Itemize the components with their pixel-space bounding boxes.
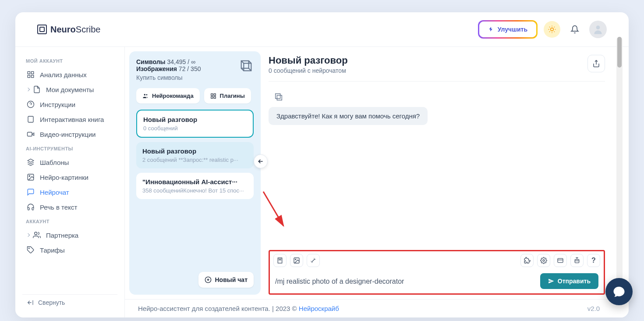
notifications-button[interactable] [566, 21, 583, 38]
sidebar-section-acc: АККАУНТ [26, 219, 114, 224]
svg-line-24 [263, 192, 283, 226]
share-button[interactable] [587, 55, 605, 72]
footer-link[interactable]: Нейроскрайб [299, 305, 339, 312]
robot-icon [573, 257, 580, 264]
svg-point-15 [144, 94, 146, 96]
users-icon [33, 231, 41, 239]
scrollbar-thumb[interactable] [617, 37, 622, 68]
svg-rect-22 [276, 94, 280, 99]
svg-rect-18 [214, 93, 216, 95]
sidebar-item-interactive-book[interactable]: Интерактивная книга [22, 112, 117, 127]
video-icon [27, 130, 35, 138]
header-right: Улучшить [478, 20, 607, 39]
magic-button[interactable] [307, 254, 320, 267]
chevron-right-icon [26, 88, 30, 91]
scrollbar[interactable]: ▼ [616, 37, 623, 293]
file-icon [33, 86, 41, 93]
conversation-title: "Инновационный AI-ассист··· [142, 178, 248, 185]
robot-button[interactable] [570, 254, 584, 267]
prompt-library-button[interactable] [273, 254, 287, 267]
sidebar-item-data-analysis[interactable]: Анализ данных [22, 67, 117, 82]
sidebar-item-templates[interactable]: Шаблоны [22, 155, 117, 170]
collapse-label: Свернуть [38, 299, 65, 306]
messages: Здравствуйте! Как я могу вам помочь сего… [269, 82, 605, 250]
avatar[interactable] [589, 21, 607, 38]
sidebar-item-label: Нейро-картинки [40, 174, 88, 181]
svg-rect-8 [28, 132, 32, 136]
sidebar-item-neuro-images[interactable]: Нейро-картинки [22, 170, 117, 185]
sidebar-section-account: МОЙ АККАУНТ [26, 58, 114, 64]
logo[interactable]: NeuroScribe [37, 25, 101, 35]
collapse-panel-button[interactable] [254, 154, 268, 168]
team-icon [142, 93, 149, 99]
buy-symbols-link[interactable]: Купить символы [136, 74, 201, 81]
sidebar-item-label: Шаблоны [40, 159, 69, 166]
help-button[interactable]: ? [587, 254, 600, 267]
upgrade-button[interactable]: Улучшить [479, 21, 536, 37]
share-icon [592, 60, 600, 68]
annotation-arrow [259, 188, 290, 232]
support-chat-fab[interactable] [605, 278, 633, 305]
svg-rect-23 [277, 95, 282, 100]
composer-highlight: ? Отправить [269, 250, 605, 295]
sidebar-item-tariffs[interactable]: Тарифы [22, 243, 117, 257]
svg-point-12 [29, 248, 30, 249]
svg-rect-17 [211, 93, 212, 95]
cube-icon [239, 58, 254, 73]
conversation-title: Новый разговор [143, 116, 247, 123]
sidebar: МОЙ АККАУНТ Анализ данных Мои документы … [15, 47, 125, 317]
rocket-icon [488, 26, 494, 32]
sidebar-item-label: Видео-инструкции [40, 131, 96, 138]
wand-icon [310, 257, 317, 264]
tab-neuroteam[interactable]: Нейрокоманда [136, 88, 200, 103]
composer: Отправить [270, 270, 604, 293]
svg-point-31 [576, 260, 576, 261]
sidebar-item-instructions[interactable]: Инструкции [22, 97, 117, 112]
upload-image-button[interactable] [290, 254, 303, 267]
plugin-button[interactable] [520, 254, 534, 267]
sidebar-item-label: Тарифы [40, 246, 65, 254]
svg-rect-7 [28, 116, 33, 122]
header: NeuroScribe Улучшить [15, 12, 629, 47]
conversation-item[interactable]: Новый разговор 0 сообщений [136, 110, 254, 138]
conversation-item[interactable]: Новый разговор 2 сообщений **Запрос:** r… [136, 142, 254, 168]
send-button[interactable]: Отправить [540, 273, 598, 289]
book-icon [27, 115, 35, 123]
conversation-item[interactable]: "Инновационный AI-ассист··· 358 сообщени… [136, 173, 254, 199]
theme-toggle[interactable] [544, 21, 560, 38]
message-input[interactable] [275, 274, 535, 289]
sidebar-item-neurochat[interactable]: Нейрочат [22, 185, 117, 200]
app-window: ▼ NeuroScribe Улучшить [15, 12, 629, 317]
tab-plugins[interactable]: Плагины [204, 88, 251, 103]
gear-icon [540, 257, 547, 264]
layout-icon [557, 257, 564, 264]
svg-rect-25 [278, 258, 282, 263]
svg-rect-30 [575, 259, 579, 263]
bot-message: Здравствуйте! Как я могу вам помочь сего… [269, 107, 428, 125]
images-stat: Изображения 72 / 350 [136, 65, 201, 72]
sidebar-item-partner[interactable]: Партнерка [22, 228, 117, 243]
settings-button[interactable] [537, 254, 550, 267]
collapse-sidebar[interactable]: Свернуть [22, 294, 117, 310]
chevron-right-icon [26, 233, 30, 237]
logo-light: Scribe [76, 25, 101, 34]
sidebar-item-label: Нейрочат [40, 189, 69, 196]
user-icon [592, 24, 604, 35]
main: Символы 34,495 / ∞ Изображения 72 / 350 … [125, 47, 629, 317]
sidebar-item-label: Интерактивная книга [40, 116, 104, 123]
arrow-left-icon [257, 158, 264, 165]
layout-button[interactable] [554, 254, 567, 267]
tag-icon [27, 246, 35, 254]
svg-point-1 [596, 25, 600, 29]
conversation-sub: 0 сообщений [143, 125, 247, 132]
sidebar-item-speech-to-text[interactable]: Речь в текст [22, 200, 117, 214]
sidebar-item-my-documents[interactable]: Мои документы [22, 82, 117, 97]
svg-rect-20 [214, 96, 216, 98]
sidebar-item-label: Партнерка [46, 232, 78, 239]
new-chat-button[interactable]: Новый чат [198, 272, 254, 288]
footer-text: Нейро-ассистент для создателей контента.… [138, 305, 339, 312]
chat-bubble-icon [612, 285, 626, 298]
sidebar-item-video-instructions[interactable]: Видео-инструкции [22, 127, 117, 142]
version: v2.0 [587, 305, 600, 312]
plus-circle-icon [205, 276, 212, 283]
